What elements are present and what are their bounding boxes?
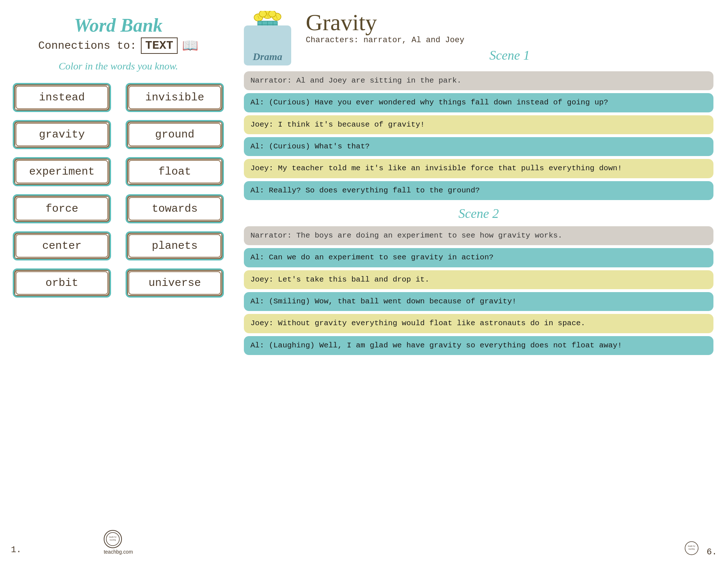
word-grid: insteadinvisiblegravitygroundexperimentf… [13, 83, 224, 298]
page-number-right: 6. [707, 547, 717, 557]
title-block: Gravity Characters: narrator, Al and Joe… [306, 11, 713, 65]
word-bank-title: Word Bank [74, 15, 162, 36]
word-card[interactable]: planets [126, 231, 224, 260]
svg-point-6 [259, 11, 266, 17]
word-card[interactable]: orbit [13, 268, 111, 298]
left-panel: Word Bank Connections to: TEXT 📖 Color i… [0, 0, 237, 562]
dialogue-bubble: Narrator: Al and Joey are sitting in the… [244, 71, 713, 90]
word-card[interactable]: instead [13, 83, 111, 112]
color-instruction: Color in the words you know. [59, 60, 178, 72]
logo-bottom-left: made by teachbg teachbg.com [104, 530, 133, 555]
scene1-title: Scene 1 [306, 48, 713, 63]
dialogue-bubble: Al: (Laughing) Well, I am glad we have g… [244, 336, 713, 355]
word-card[interactable]: center [13, 231, 111, 260]
connections-label: Connections to: [38, 40, 136, 52]
dialogue-bubble: Al: (Smiling) Wow, that ball went down b… [244, 292, 713, 311]
word-card[interactable]: float [126, 157, 224, 186]
drama-badge: Drama [244, 11, 295, 65]
book-icon: 📖 [182, 38, 198, 54]
dialogue-bubble: Joey: My teacher told me it's like an in… [244, 159, 713, 178]
word-card[interactable]: towards [126, 194, 224, 223]
dialogue-bubble: Al: (Curious) Have you ever wondered why… [244, 93, 713, 112]
scene2-title: Scene 2 [244, 206, 713, 221]
logo-bottom-right: made by teachbg [684, 541, 699, 557]
word-card[interactable]: experiment [13, 157, 111, 186]
svg-text:teachbg: teachbg [688, 548, 695, 550]
word-card[interactable]: universe [126, 268, 224, 298]
dialogue-bubble: Al: Can we do an experiment to see gravi… [244, 248, 713, 267]
logo-circle: made by teachbg [104, 530, 122, 548]
dialogue-bubble: Narrator: The boys are doing an experime… [244, 226, 713, 245]
svg-point-7 [269, 11, 276, 17]
gravity-title: Gravity [306, 11, 713, 34]
svg-text:made by: made by [109, 536, 117, 538]
dialogue-bubble: Joey: I think it's because of gravity! [244, 115, 713, 134]
connections-line: Connections to: TEXT 📖 [38, 37, 198, 54]
page-number-left: 1. [11, 545, 21, 555]
word-card[interactable]: force [13, 194, 111, 223]
right-logo-circle: made by teachbg [684, 541, 699, 555]
dialogue-bubble: Joey: Let's take this ball and drop it. [244, 270, 713, 289]
svg-text:made by: made by [688, 545, 696, 547]
text-badge: TEXT [141, 37, 178, 54]
word-card[interactable]: ground [126, 120, 224, 149]
dialogue-container: Narrator: Al and Joey are sitting in the… [244, 71, 713, 355]
dialogue-bubble: Joey: Without gravity everything would f… [244, 314, 713, 333]
right-header: Drama Gravity Characters: narrator, Al a… [244, 11, 713, 65]
characters-line: Characters: narrator, Al and Joey [306, 36, 713, 45]
drama-label: Drama [253, 51, 282, 63]
svg-text:teachbg: teachbg [110, 539, 116, 541]
dialogue-bubble: Al: Really? So does everything fall to t… [244, 181, 713, 200]
word-card[interactable]: invisible [126, 83, 224, 112]
right-panel: Drama Gravity Characters: narrator, Al a… [237, 0, 728, 562]
dialogue-bubble: Al: (Curious) What's that? [244, 137, 713, 156]
word-card[interactable]: gravity [13, 120, 111, 149]
drama-badge-bg: Drama [244, 25, 291, 65]
left-logo-text: teachbg.com [104, 549, 133, 555]
